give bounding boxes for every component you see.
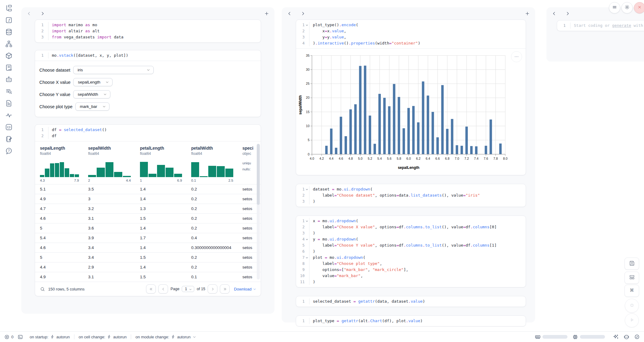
shutdown-button[interactable] (634, 2, 644, 13)
dependency-graph-icon[interactable] (5, 40, 13, 48)
on-cell-change-setting[interactable]: on cell change: autorun (79, 335, 127, 339)
column-histogram[interactable] (191, 160, 233, 177)
column-header[interactable]: sepalLengthfloat644.37.9 (35, 141, 83, 184)
documentation-icon[interactable] (5, 99, 13, 107)
shortcuts-button[interactable]: ⌘ (624, 285, 639, 297)
snippets-icon[interactable] (5, 123, 13, 131)
code-editor[interactable]: 1plot_type().encode(2 x=x.value,3 y=y.va… (296, 20, 526, 48)
table-row[interactable]: 4.931.40.2setos (35, 194, 261, 204)
column-histogram[interactable] (40, 160, 79, 177)
column-header[interactable]: petalWidthfloat640.12.5 (186, 141, 238, 184)
terminal-button[interactable] (18, 334, 23, 340)
code-line[interactable]: 1 Start coding or generate with (557, 23, 644, 29)
table-row[interactable]: 4.42.91.40.2setos (35, 262, 261, 272)
table-row[interactable]: 4.93.11.50.1setos (35, 272, 261, 282)
line-number: 3 (35, 34, 44, 40)
code-editor[interactable]: 1x = mo.ui.dropdown(2 label="Choose X va… (296, 216, 526, 287)
table-row[interactable]: 4.63.11.50.2setos (35, 213, 261, 223)
errors-indicator[interactable]: 0 (4, 334, 13, 340)
prev-page-button[interactable] (158, 284, 168, 294)
column-histogram[interactable] (88, 160, 131, 177)
download-button[interactable]: Download (234, 287, 256, 291)
menu-button[interactable] (609, 2, 620, 13)
run-button[interactable] (625, 313, 639, 327)
tracing-icon[interactable] (5, 111, 13, 119)
column-histogram[interactable] (140, 160, 182, 177)
settings-button[interactable] (621, 2, 633, 13)
packages-icon[interactable] (5, 52, 13, 60)
datasources-icon[interactable] (5, 28, 13, 36)
code-editor[interactable]: 1import marimo as mo2import altair as al… (35, 20, 261, 42)
table-row[interactable]: 53.61.40.2setos (35, 223, 261, 233)
fold-icon[interactable] (305, 188, 309, 191)
scratchpad-icon[interactable] (5, 135, 13, 143)
page-select[interactable]: 1 (182, 286, 194, 292)
chevron-right-icon[interactable] (40, 11, 45, 16)
line-number: 11 (296, 279, 305, 285)
chevron-left-icon[interactable] (26, 11, 32, 16)
code-line: 3 y=y.value, (296, 34, 526, 40)
chat-icon[interactable] (5, 76, 13, 84)
code-editor[interactable]: 1plot_type = getattr(alt.Chart(df), plot… (296, 316, 526, 326)
code-editor[interactable]: 1dataset = mo.ui.dropdown(2 label="Choos… (296, 184, 526, 207)
chevron-down-icon (146, 68, 150, 72)
generate-link[interactable]: generate (612, 23, 631, 28)
search-icon[interactable] (40, 287, 45, 292)
on-startup-setting[interactable]: on startup: autorun (30, 335, 70, 339)
dataframe-table-output: sepalLengthfloat644.37.9sepalWidthfloat6… (35, 141, 261, 296)
fold-icon[interactable] (305, 24, 309, 27)
column-header[interactable]: petalLengthfloat6416.9 (135, 141, 186, 184)
outline-search-icon[interactable] (5, 87, 13, 95)
svg-text:5.8: 5.8 (397, 157, 401, 160)
connection-status-button[interactable] (634, 334, 640, 340)
fold-icon[interactable] (305, 220, 309, 223)
table-scrollbar (257, 144, 260, 280)
first-page-button[interactable] (146, 284, 156, 294)
table-row[interactable]: 53.41.50.2setos (35, 252, 261, 262)
code-editor[interactable]: 1mo.vstack([dataset, x, y, plot]) (35, 50, 261, 61)
table-row[interactable]: 4.63.41.40.3000000000000004setos (35, 243, 261, 252)
file-tree-icon[interactable] (5, 4, 13, 12)
code-editor[interactable]: 1df = selected_dataset()2df (35, 125, 261, 141)
fold-icon[interactable] (305, 256, 309, 259)
help-icon[interactable]: ? (5, 147, 13, 155)
copilot-button[interactable] (624, 334, 629, 340)
layout-button[interactable] (624, 272, 639, 284)
chevron-left-icon[interactable] (551, 11, 557, 16)
fold-icon[interactable] (305, 238, 309, 241)
scrollbar-thumb[interactable] (257, 144, 260, 205)
chevron-right-icon[interactable] (565, 11, 570, 16)
table-cell: 1.4 (135, 223, 186, 233)
column-header[interactable]: sepalWidthfloat6424.4 (83, 141, 135, 184)
svg-text:7.8: 7.8 (493, 157, 498, 160)
save-button[interactable] (624, 258, 639, 270)
add-cell-icon[interactable] (524, 10, 530, 16)
y-value-select[interactable]: sepalWidth (73, 90, 110, 98)
table-cell: 1.4 (135, 262, 186, 272)
page-label: Page (170, 287, 179, 291)
add-cell-icon[interactable] (263, 10, 270, 16)
table-cell: 3.4 (83, 243, 135, 252)
chart-menu-button[interactable] (511, 51, 522, 62)
line-number: 2 (35, 133, 44, 139)
dataset-select[interactable]: iris (73, 66, 154, 74)
ai-sparkles-button[interactable] (613, 334, 619, 340)
plot-type-select[interactable]: mark_bar (75, 102, 109, 111)
next-page-button[interactable] (208, 284, 217, 294)
table-row[interactable]: 4.73.21.30.2setos (35, 204, 261, 213)
function-icon[interactable]: f (5, 16, 13, 24)
last-page-button[interactable] (220, 284, 230, 294)
altair-bar-chart[interactable]: 4.04.24.44.64.85.05.25.45.65.86.06.26.46… (297, 51, 524, 172)
table-row[interactable]: 5.43.91.70.4setos (35, 233, 261, 243)
chevron-right-icon[interactable] (300, 11, 306, 16)
on-module-change-setting[interactable]: on module change: autorun (135, 335, 196, 339)
chevron-left-icon[interactable] (287, 11, 292, 16)
table-cell: 4.4 (35, 262, 83, 272)
svg-text:5: 5 (308, 138, 309, 142)
table-row[interactable]: 5.13.51.40.2setos (35, 184, 261, 194)
code-placeholder[interactable]: Start coding or generate with (570, 23, 644, 29)
code-editor[interactable]: 1selected_dataset = getattr(data, datase… (296, 296, 526, 307)
logs-icon[interactable] (5, 64, 13, 72)
x-value-select[interactable]: sepalLength (73, 78, 113, 86)
stop-button[interactable] (625, 299, 639, 313)
